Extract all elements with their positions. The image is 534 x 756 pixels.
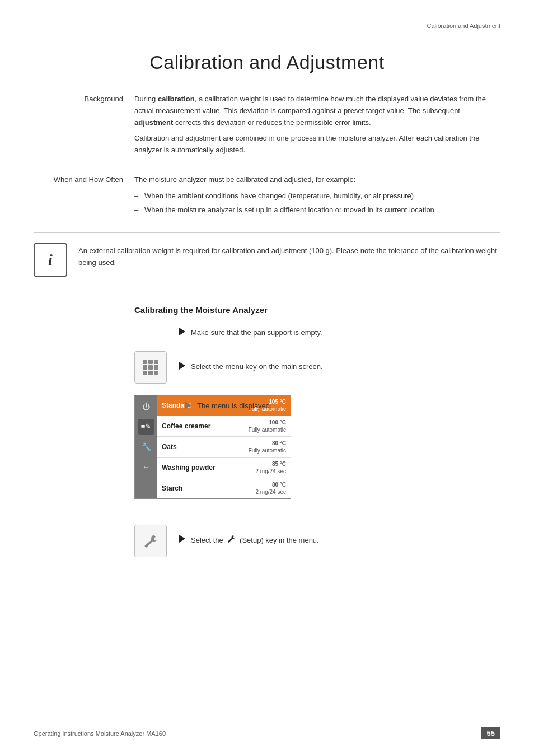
sidebar-power-icon: ⏻ [138, 399, 154, 414]
background-p1: During calibration, a calibration weight… [134, 94, 500, 128]
info-icon-wrap: i [34, 243, 67, 277]
step-3-row: Select the (Setup) key in the menu. [134, 524, 500, 557]
page-number: 55 [481, 727, 500, 739]
step-3-icon-col [134, 524, 179, 557]
background-p2: Calibration and adjustment are combined … [134, 133, 500, 156]
menu-result-area: ⏻ ≡✎ 🔧 ← Standard 105 °C [134, 395, 500, 510]
step-3-text: Select the (Setup) key in the menu. [191, 533, 500, 547]
step-3-setup-label: (Setup) key in the menu. [240, 536, 319, 544]
wrench-inline-svg [227, 534, 236, 543]
result-text: The menu is displayed. [197, 399, 500, 412]
info-icon: i [48, 251, 53, 269]
when-list: When the ambient conditions have changed… [134, 190, 500, 216]
sidebar-wrench-icon: 🔧 [138, 439, 154, 455]
step-3-wrench-inline [227, 534, 236, 547]
background-section: Background During calibration, a calibra… [34, 94, 500, 161]
step-2-row: Select the menu key on the main screen. [134, 350, 500, 384]
page-footer: Operating Instructions Moisture Analyzer… [34, 727, 500, 739]
setup-key-icon [134, 525, 167, 557]
step-2-text: Select the menu key on the main screen. [191, 360, 500, 373]
step-1-arrow [179, 328, 185, 335]
calibrating-heading: Calibrating the Moisture Analyzer [134, 305, 500, 315]
page-header: Calibration and Adjustment [34, 22, 500, 29]
when-item-2: When the moisture analyzer is set up in … [134, 204, 500, 216]
menu-sidebar: ⏻ ≡✎ 🔧 ← [135, 395, 157, 498]
grid-icon [143, 360, 158, 375]
steps-area: Make sure that the pan support is empty. [134, 326, 500, 557]
when-section: When and How Often The moisture analyzer… [34, 174, 500, 219]
step-1-text: Make sure that the pan support is empty. [191, 326, 500, 339]
header-text: Calibration and Adjustment [427, 22, 500, 29]
when-text: The moisture analyzer must be calibrated… [134, 174, 500, 219]
step-3-arrow [179, 535, 185, 543]
footer-text: Operating Instructions Moisture Analyzer… [34, 730, 166, 737]
sidebar-settings-icon: ≡✎ [138, 419, 154, 435]
step-3-pre: Select the [191, 536, 223, 544]
result-area: The menu is displayed. [179, 395, 500, 510]
info-box: i An external calibration weight is requ… [34, 232, 500, 287]
menu-widget-col: ⏻ ≡✎ 🔧 ← Standard 105 °C [134, 395, 179, 510]
result-triangle [185, 402, 191, 409]
menu-key-icon [134, 351, 167, 384]
info-text: An external calibration weight is requir… [78, 243, 500, 269]
when-intro: The moisture analyzer must be calibrated… [134, 174, 500, 186]
step-2-icon-col [134, 350, 179, 384]
step-1-icon-col [134, 326, 179, 327]
background-label: Background [34, 94, 134, 161]
when-label: When and How Often [34, 174, 134, 219]
step-1-row: Make sure that the pan support is empty. [134, 326, 500, 339]
chapter-title: Calibration and Adjustment [34, 52, 500, 73]
wrench-svg [143, 533, 158, 549]
when-item-1: When the ambient conditions have changed… [134, 190, 500, 202]
background-text: During calibration, a calibration weight… [134, 94, 500, 161]
step-2-arrow [179, 362, 185, 370]
sidebar-back-icon: ← [138, 459, 154, 475]
